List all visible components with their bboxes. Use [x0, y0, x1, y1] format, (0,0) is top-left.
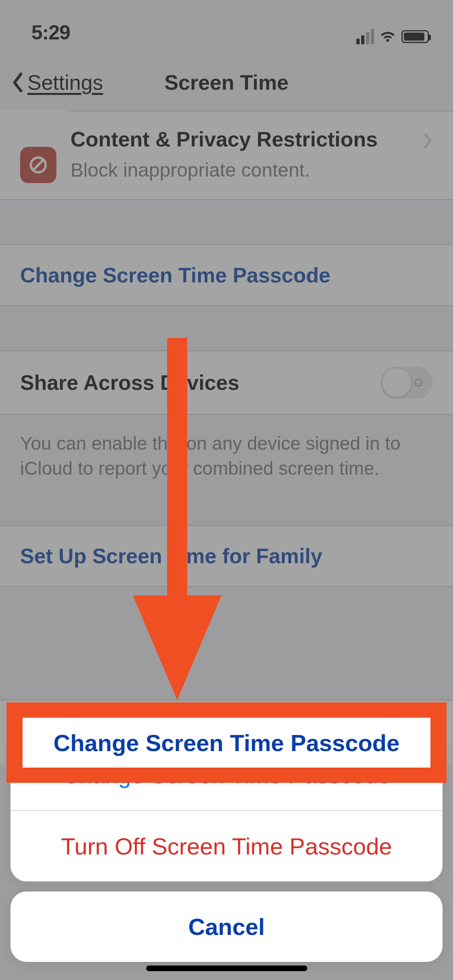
chevron-right-icon	[423, 127, 433, 154]
svg-line-1	[33, 160, 44, 171]
change-passcode-link[interactable]: Change Screen Time Passcode	[0, 244, 453, 306]
battery-icon	[401, 30, 429, 43]
status-indicators	[356, 29, 429, 44]
share-across-devices-row[interactable]: Share Across Devices	[0, 350, 453, 415]
content-privacy-title: Content & Privacy Restrictions	[70, 127, 415, 152]
cell-separator	[70, 111, 453, 111]
back-button[interactable]: Settings	[11, 70, 103, 95]
back-label: Settings	[27, 70, 103, 95]
page-title: Screen Time	[164, 70, 288, 95]
sheet-turn-off-passcode-button[interactable]: Turn Off Screen Time Passcode	[10, 811, 443, 881]
content-privacy-subtitle: Block inappropriate content.	[70, 159, 415, 181]
wifi-icon	[380, 31, 396, 43]
chevron-left-icon	[11, 72, 23, 93]
share-across-devices-toggle[interactable]	[381, 366, 433, 399]
restriction-icon	[20, 147, 56, 183]
status-bar: 5:29	[0, 0, 453, 54]
share-across-devices-footer: You can enable this on any device signed…	[0, 415, 453, 503]
home-indicator	[146, 966, 307, 971]
cellular-icon	[356, 29, 374, 44]
content-privacy-row[interactable]: Content & Privacy Restrictions Block ina…	[0, 111, 453, 200]
action-sheet-options: Change Screen Time Passcode Turn Off Scr…	[10, 740, 443, 881]
status-time: 5:29	[31, 21, 70, 44]
sheet-cancel-button[interactable]: Cancel	[10, 891, 443, 962]
navigation-bar: Settings Screen Time	[0, 54, 453, 111]
sheet-change-passcode-button[interactable]: Change Screen Time Passcode	[10, 740, 443, 810]
setup-family-link[interactable]: Set Up Screen Time for Family	[0, 525, 453, 587]
action-sheet: Change Screen Time Passcode Turn Off Scr…	[10, 740, 443, 962]
share-across-devices-label: Share Across Devices	[20, 371, 381, 395]
